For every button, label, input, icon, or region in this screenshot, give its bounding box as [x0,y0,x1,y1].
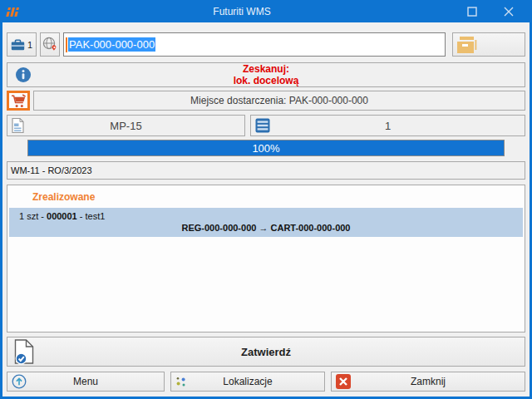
list-rows-icon [255,118,270,133]
confirm-label: Zatwierdź [241,346,291,358]
maximize-button[interactable] [454,0,490,22]
delivery-place-label: Miejsce dostarczenia: PAK-000-000-000 [190,95,368,106]
info-panel: Zeskanuj: lok. docelową [7,62,525,87]
completed-list: Zrealizowane 1 szt - 000001 - test1 REG-… [7,185,525,332]
briefcase-icon [11,39,25,51]
progress-bar: 100% [27,140,505,156]
red-x-icon [336,374,351,389]
progress-label: 100% [28,140,504,155]
location-globe-button[interactable] [40,32,60,57]
list-header: Zrealizowane [7,185,525,208]
scan-input-value: PAK-000-000-000 [68,37,155,52]
document-check-icon [13,339,36,365]
close-button[interactable]: Zamknij [331,372,525,392]
progress-row: 100% [27,140,505,156]
window-title: Futuriti WMS [30,6,454,17]
locations-button[interactable]: Lokalizacje [170,372,325,392]
delivery-place-panel: Miejsce dostarczenia: PAK-000-000-000 [33,91,525,111]
quantity-value: 1 [385,120,391,132]
cart-button[interactable] [7,91,30,111]
warehouse-button[interactable]: 1 [7,32,37,57]
location-dots-icon [175,376,187,387]
info-icon [15,66,32,83]
package-button[interactable] [452,32,525,57]
cart-icon [11,94,27,108]
document-panel: WM-11 - RO/3/2023 [7,161,525,180]
document-page-icon [12,118,24,134]
menu-button[interactable]: Menu [7,372,165,392]
confirm-button[interactable]: Zatwierdź [7,337,525,367]
app-logo-icon [5,4,30,19]
circle-up-arrow-icon [12,374,27,389]
archive-box-icon [457,36,479,53]
scan-input[interactable]: PAK-000-000-000 [63,32,446,57]
alert-line-2: lok. docelową [234,75,299,86]
details-row: MP-15 1 [7,115,525,136]
info-row: Zeskanuj: lok. docelową [7,62,525,87]
list-item[interactable]: 1 szt - 000001 - test1 REG-000-000-000 →… [9,208,523,237]
item-code: 000001 [47,211,77,221]
item-line-1: 1 szt - 000001 - test1 [9,210,523,222]
item-transfer: REG-000-000-000 → CART-000-000-000 [9,222,523,234]
quantity-panel: 1 [250,115,525,136]
document-row: WM-11 - RO/3/2023 [7,161,525,180]
location-value: MP-15 [110,120,141,132]
close-window-icon[interactable] [490,0,527,22]
close-label: Zamknij [411,376,446,387]
document-label: WM-11 - RO/3/2023 [11,165,92,175]
bottom-toolbar: Menu Lokalizacje [7,372,525,392]
scan-row: 1 PAK-000-000-000 [7,32,525,57]
app-window: Futuriti WMS 1 [0,0,532,399]
locations-label: Lokalizacje [223,376,272,387]
text-caret [66,37,67,52]
menu-label: Menu [73,376,98,387]
location-panel: MP-15 [7,115,245,136]
alert-line-1: Zeskanuj: [243,63,289,75]
delivery-row: Miejsce dostarczenia: PAK-000-000-000 [7,91,525,111]
globe-pin-icon [42,37,58,52]
titlebar: Futuriti WMS [0,0,532,22]
warehouse-count: 1 [27,40,32,50]
